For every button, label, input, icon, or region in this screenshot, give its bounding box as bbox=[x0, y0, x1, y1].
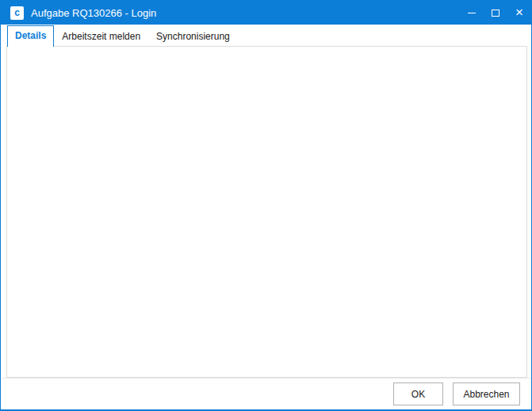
minimize-icon bbox=[468, 13, 476, 13]
task-dialog: c Aufgabe RQ130266 - Login × Details Arb… bbox=[0, 0, 532, 411]
close-icon: × bbox=[515, 6, 523, 19]
minimize-button[interactable] bbox=[460, 1, 484, 25]
tab-details[interactable]: Details bbox=[7, 25, 54, 47]
tab-arbeitszeit-melden[interactable]: Arbeitszeit melden bbox=[54, 27, 148, 46]
close-button[interactable]: × bbox=[507, 1, 531, 25]
tab-synchronisierung[interactable]: Synchronisierung bbox=[148, 27, 238, 46]
titlebar: c Aufgabe RQ130266 - Login × bbox=[1, 1, 531, 25]
ok-button[interactable]: OK bbox=[393, 382, 443, 405]
maximize-icon bbox=[492, 10, 499, 17]
window-title: Aufgabe RQ130266 - Login bbox=[31, 7, 156, 19]
abbrechen-button[interactable]: Abbrechen bbox=[453, 382, 520, 405]
tab-page-details bbox=[6, 46, 527, 378]
footer-separator bbox=[1, 378, 531, 379]
tabstrip: Details Arbeitszeit melden Synchronisier… bbox=[7, 25, 238, 46]
maximize-button[interactable] bbox=[484, 1, 507, 25]
app-icon: c bbox=[10, 6, 24, 20]
window-controls: × bbox=[460, 1, 531, 25]
